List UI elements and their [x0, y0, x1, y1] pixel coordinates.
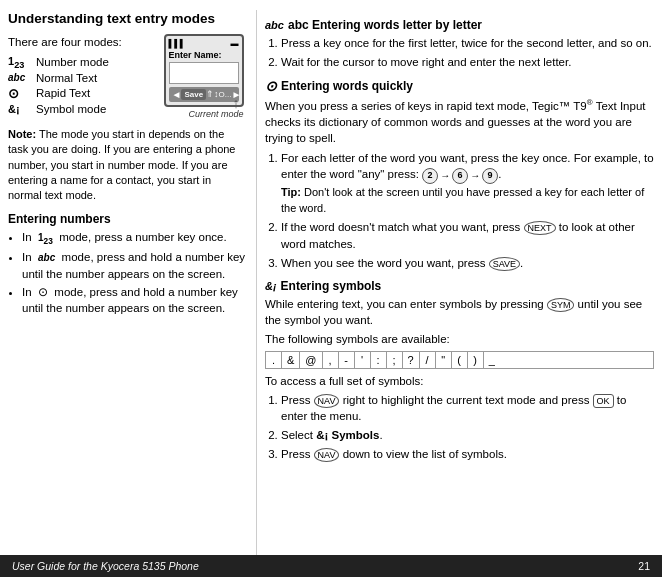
- device-top-bar: ▌▌▌ ▬: [169, 39, 239, 48]
- sym-openparen: (: [452, 352, 468, 368]
- sym-key: SYM: [547, 298, 575, 312]
- list-item: Select &¡ Symbols.: [281, 427, 654, 443]
- device-battery: ▬: [231, 39, 239, 48]
- abc-heading-icon: abc: [265, 19, 284, 31]
- number-mode-label: Number mode: [36, 56, 109, 68]
- sym-comma: ,: [323, 352, 339, 368]
- list-item: When you see the word you want, press SA…: [281, 255, 654, 271]
- sym-period: .: [266, 352, 282, 368]
- arrow-icon: →: [470, 169, 480, 183]
- tip-text: Tip: Don't look at the screen until you …: [281, 186, 644, 214]
- device-btn-icon1: ⇑: [206, 89, 214, 99]
- number-mode-icon: 123: [8, 55, 30, 70]
- sym-question: ?: [403, 352, 420, 368]
- footer-right: 21: [638, 560, 650, 572]
- device-btn-save: Save: [181, 89, 206, 100]
- entering-numbers-list: In 123 mode, press a number key once. In…: [22, 229, 246, 317]
- key-2: 2: [422, 168, 438, 184]
- list-item: In 123 mode, press a number key once.: [22, 229, 246, 248]
- mode-row-symbol: &¡ Symbol mode: [8, 103, 155, 115]
- device-signal: ▌▌▌: [169, 39, 186, 48]
- entering-words-intro: When you press a series of keys in rapid…: [265, 97, 654, 146]
- intro-text: There are four modes:: [8, 34, 155, 50]
- list-item: Press NAV down to view the list of symbo…: [281, 446, 654, 462]
- mode-row-number: 123 Number mode: [8, 55, 155, 70]
- entering-words-letter-heading: abc abc Entering words letter by letter: [265, 18, 654, 32]
- symbols-available-text: The following symbols are available:: [265, 331, 654, 347]
- key-6: 6: [452, 168, 468, 184]
- entering-numbers-title: Entering numbers: [8, 212, 111, 226]
- ok-key: OK: [593, 394, 614, 408]
- list-item: Wait for the cursor to move right and en…: [281, 54, 654, 70]
- nav-key-1: NAV: [314, 394, 340, 408]
- mode-table: 123 Number mode abc Normal Text ⊙ Rapid …: [8, 55, 155, 115]
- note-paragraph: Note: The mode you start in depends on t…: [8, 127, 246, 204]
- sym-amp: &: [282, 352, 300, 368]
- rapid-mode-label: Rapid Text: [36, 87, 90, 99]
- sym-colon: :: [371, 352, 387, 368]
- sym-closeparen: ): [468, 352, 484, 368]
- symbols-menu-item: &¡ Symbols: [316, 429, 379, 441]
- list-item: Press a key once for the first letter, t…: [281, 35, 654, 51]
- key-9: 9: [482, 168, 498, 184]
- note-label: Note:: [8, 128, 36, 140]
- device-btn-dots: O...: [219, 90, 232, 99]
- nav-key-2: NAV: [314, 448, 340, 462]
- right-column: abc abc Entering words letter by letter …: [256, 10, 654, 567]
- list-item: If the word doesn't match what you want,…: [281, 219, 654, 251]
- sym-slash: /: [420, 352, 436, 368]
- abc-mode-label: Normal Text: [36, 72, 97, 84]
- device-buttons: ◄ Save ⇑ ↕ O... ►: [169, 87, 239, 102]
- rapid-heading-icon: ⊙: [265, 78, 277, 94]
- list-item: For each letter of the word you want, pr…: [281, 150, 654, 216]
- symbol-mode-icon: &¡: [8, 103, 30, 115]
- mode-row-rapid: ⊙ Rapid Text: [8, 86, 155, 101]
- entering-symbols-intro: While entering text, you can enter symbo…: [265, 296, 654, 328]
- modes-and-image: There are four modes: 123 Number mode ab…: [8, 34, 246, 121]
- to-access-label: To access a full set of symbols:: [265, 373, 654, 389]
- to-access-steps: Press NAV right to highlight the current…: [281, 392, 654, 462]
- sym-underscore: _: [484, 352, 500, 368]
- device-image: ▌▌▌ ▬ Enter Name: ◄ Save ⇑ ↕ O... ►: [161, 34, 246, 119]
- next-key: NEXT: [524, 221, 556, 235]
- key-sequence: 2 → 6 → 9: [422, 168, 498, 184]
- entering-words-quickly-heading: ⊙ Entering words quickly: [265, 78, 654, 94]
- list-item: In abc mode, press and hold a number key…: [22, 249, 246, 281]
- entering-numbers-heading: Entering numbers: [8, 212, 246, 226]
- symbol-mode-label: Symbol mode: [36, 103, 106, 115]
- footer-bar: User Guide for the Kyocera 5135 Phone 21: [0, 555, 662, 577]
- abc-mode-icon: abc: [8, 72, 30, 83]
- note-body: The mode you start in depends on the tas…: [8, 128, 236, 202]
- left-column: Understanding text entry modes There are…: [8, 10, 256, 567]
- main-page: Understanding text entry modes There are…: [0, 0, 662, 577]
- device-btn-left: ◄: [172, 89, 182, 100]
- sym-dash: -: [339, 352, 355, 368]
- footer-left: User Guide for the Kyocera 5135 Phone: [12, 560, 199, 572]
- tip-label: Tip:: [281, 186, 301, 198]
- device-input-area: [169, 62, 239, 84]
- modes-list: There are four modes: 123 Number mode ab…: [8, 34, 155, 121]
- entering-words-steps: For each letter of the word you want, pr…: [281, 150, 654, 270]
- sym-semi: ;: [387, 352, 403, 368]
- left-title: Understanding text entry modes: [8, 10, 246, 28]
- entering-symbols-heading: &¡ Entering symbols: [265, 279, 654, 293]
- sym-quote: ": [436, 352, 452, 368]
- arrow-icon: →: [440, 169, 450, 183]
- sym-apos: ': [355, 352, 371, 368]
- symbol-heading-icon: &¡: [265, 280, 277, 292]
- entering-words-quickly-title: Entering words quickly: [281, 79, 413, 93]
- entering-symbols-title: Entering symbols: [281, 279, 382, 293]
- entering-words-letter-list: Press a key once for the first letter, t…: [281, 35, 654, 70]
- entering-words-letter-title: abc Entering words letter by letter: [288, 18, 482, 32]
- list-item: Press NAV right to highlight the current…: [281, 392, 654, 424]
- mode-row-abc: abc Normal Text: [8, 72, 155, 84]
- symbols-row: . & @ , - ' : ; ? / " ( ) _: [265, 351, 654, 369]
- device-frame: ▌▌▌ ▬ Enter Name: ◄ Save ⇑ ↕ O... ►: [164, 34, 244, 107]
- list-item: In ⊙ mode, press and hold a number key u…: [22, 284, 246, 317]
- sym-at: @: [300, 352, 322, 368]
- current-mode-indicator: ↑ Current mode: [164, 109, 244, 119]
- save-key: SAVE: [489, 257, 520, 271]
- rapid-mode-icon: ⊙: [8, 86, 30, 101]
- device-screen-label: Enter Name:: [169, 50, 239, 60]
